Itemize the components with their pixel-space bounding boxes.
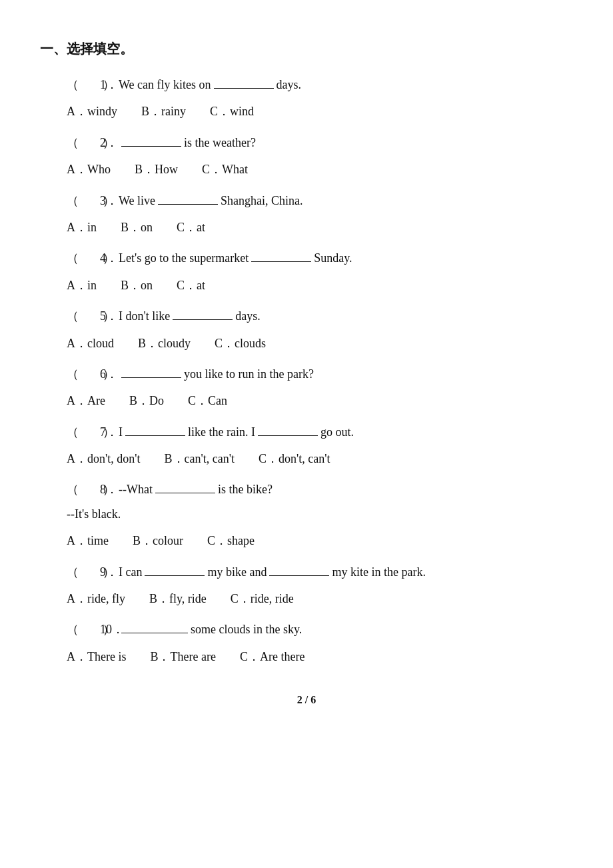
q9-paren: （ ） bbox=[67, 561, 100, 583]
q6-text-after: you like to run in the park? bbox=[184, 363, 314, 385]
q5-opt-c: C．clouds bbox=[215, 333, 266, 354]
q1-text-before: We can fly kites on bbox=[119, 74, 211, 95]
question-4: （ ）4．Let's go to the supermarketSunday. … bbox=[67, 247, 573, 296]
q8-response: --It's black. bbox=[67, 503, 121, 525]
q8-blank bbox=[155, 493, 215, 493]
q3-text-before: We live bbox=[119, 190, 155, 211]
question-4-line: （ ）4．Let's go to the supermarketSunday. bbox=[67, 247, 573, 269]
q4-num: 4． bbox=[100, 247, 119, 269]
q4-paren: （ ） bbox=[67, 247, 100, 269]
q3-text-after: Shanghai, China. bbox=[221, 190, 303, 211]
q7-text-before: I bbox=[119, 421, 123, 443]
q7-text-after: go out. bbox=[320, 421, 354, 443]
q1-blank bbox=[214, 88, 274, 89]
q7-text-mid: like the rain. I bbox=[188, 421, 255, 443]
q1-opt-c: C．wind bbox=[210, 101, 254, 122]
question-8: （ ）8．--Whatis the bike? --It's black. A．… bbox=[67, 479, 573, 551]
q7-opt-a: A．don't, don't bbox=[67, 448, 141, 469]
q6-paren: （ ） bbox=[67, 363, 100, 385]
q7-paren: （ ） bbox=[67, 421, 100, 443]
question-3-line: （ ）3．We liveShanghai, China. bbox=[67, 190, 573, 211]
question-6-line: （ ）6．you like to run in the park? bbox=[67, 363, 573, 385]
q8-opt-c: C．shape bbox=[207, 530, 255, 551]
question-8-line: （ ）8．--Whatis the bike? bbox=[67, 479, 573, 500]
page-number: 2 / 6 bbox=[297, 694, 316, 705]
q8-extra-line: --It's black. bbox=[67, 503, 573, 525]
q1-paren: （ ） bbox=[67, 74, 100, 95]
q3-opt-a: A．in bbox=[67, 217, 97, 238]
q7-blank1 bbox=[125, 435, 185, 436]
section: 一、选择填空。 （ ）1．We can fly kites ondays. A．… bbox=[40, 40, 573, 667]
q7-opt-b: B．can't, can't bbox=[165, 448, 235, 469]
q3-blank bbox=[158, 204, 218, 205]
q5-opt-b: B．cloudy bbox=[138, 333, 191, 354]
q5-blank bbox=[173, 319, 233, 320]
question-10: （ ）10．some clouds in the sky. A．There is… bbox=[67, 619, 573, 667]
q7-blank2 bbox=[258, 435, 318, 436]
q2-num: 2． bbox=[100, 132, 119, 153]
section-title: 一、选择填空。 bbox=[40, 40, 573, 58]
question-1-line: （ ）1．We can fly kites ondays. bbox=[67, 74, 573, 95]
q10-opt-c: C．Are there bbox=[240, 646, 305, 667]
q9-text-after: my kite in the park. bbox=[332, 561, 425, 583]
q5-num: 5． bbox=[100, 305, 119, 327]
q8-opt-b: B．colour bbox=[133, 530, 183, 551]
q8-text-before: --What bbox=[119, 479, 153, 500]
q9-opt-a: A．ride, fly bbox=[67, 588, 125, 609]
q8-opt-a: A．time bbox=[67, 530, 109, 551]
q3-opt-c: C．at bbox=[177, 217, 205, 238]
q4-opt-b: B．on bbox=[121, 275, 153, 296]
q4-text-after: Sunday. bbox=[314, 247, 352, 269]
q5-text-after: days. bbox=[235, 305, 261, 327]
q10-paren: （ ） bbox=[67, 619, 100, 640]
q10-num: 10． bbox=[100, 619, 119, 640]
q10-options: A．There isB．There areC．Are there bbox=[67, 646, 573, 667]
q9-opt-c: C．ride, ride bbox=[231, 588, 294, 609]
page-footer: 2 / 6 bbox=[40, 694, 573, 706]
q2-options: A．WhoB．HowC．What bbox=[67, 159, 573, 180]
q6-opt-c: C．Can bbox=[188, 390, 227, 411]
q2-text-after: is the weather? bbox=[184, 132, 256, 153]
question-3: （ ）3．We liveShanghai, China. A．inB．onC．a… bbox=[67, 190, 573, 239]
q7-options: A．don't, don'tB．can't, can'tC．don't, can… bbox=[67, 448, 573, 469]
q6-opt-a: A．Are bbox=[67, 390, 105, 411]
q6-num: 6． bbox=[100, 363, 119, 385]
question-2-line: （ ）2．is the weather? bbox=[67, 132, 573, 153]
q4-opt-a: A．in bbox=[67, 275, 97, 296]
q3-options: A．inB．onC．at bbox=[67, 217, 573, 238]
q2-paren: （ ） bbox=[67, 132, 100, 153]
q1-opt-b: B．rainy bbox=[141, 101, 186, 122]
q9-num: 9． bbox=[100, 561, 119, 583]
q1-num: 1． bbox=[100, 74, 119, 95]
q2-opt-c: C．What bbox=[202, 159, 248, 180]
q2-blank bbox=[121, 146, 181, 147]
q5-paren: （ ） bbox=[67, 305, 100, 327]
q10-blank bbox=[121, 633, 188, 633]
q9-opt-b: B．fly, ride bbox=[149, 588, 207, 609]
q3-num: 3． bbox=[100, 190, 119, 211]
q10-text-after: some clouds in the sky. bbox=[191, 619, 302, 640]
question-6: （ ）6．you like to run in the park? A．AreB… bbox=[67, 363, 573, 412]
q6-options: A．AreB．DoC．Can bbox=[67, 390, 573, 411]
q7-opt-c: C．don't, can't bbox=[259, 448, 330, 469]
q2-opt-a: A．Who bbox=[67, 159, 111, 180]
question-5: （ ）5．I don't likedays. A．cloudB．cloudyC．… bbox=[67, 305, 573, 354]
q9-text-mid: my bike and bbox=[207, 561, 267, 583]
q3-paren: （ ） bbox=[67, 190, 100, 211]
question-1: （ ）1．We can fly kites ondays. A．windyB．r… bbox=[67, 74, 573, 123]
q4-options: A．inB．onC．at bbox=[67, 275, 573, 296]
q2-opt-b: B．How bbox=[135, 159, 178, 180]
q10-opt-b: B．There are bbox=[150, 646, 215, 667]
q4-blank bbox=[251, 261, 311, 262]
question-7: （ ）7．Ilike the rain. Igo out. A．don't, d… bbox=[67, 421, 573, 470]
q3-opt-b: B．on bbox=[121, 217, 153, 238]
q10-opt-a: A．There is bbox=[67, 646, 126, 667]
q5-opt-a: A．cloud bbox=[67, 333, 114, 354]
question-9-line: （ ）9．I canmy bike andmy kite in the park… bbox=[67, 561, 573, 583]
q5-options: A．cloudB．cloudyC．clouds bbox=[67, 333, 573, 354]
q9-text-before: I can bbox=[119, 561, 142, 583]
question-10-line: （ ）10．some clouds in the sky. bbox=[67, 619, 573, 640]
q5-text-before: I don't like bbox=[119, 305, 170, 327]
question-5-line: （ ）5．I don't likedays. bbox=[67, 305, 573, 327]
q9-blank1 bbox=[145, 575, 205, 576]
